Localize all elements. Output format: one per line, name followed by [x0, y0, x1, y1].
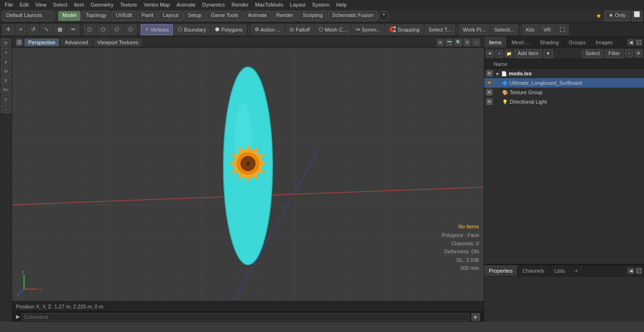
symmetry-btn[interactable]: ⇔ Symm...: [352, 24, 385, 35]
vp-icon-origin[interactable]: ⊕: [437, 39, 444, 46]
bottom-panel-collapse[interactable]: ◀: [627, 267, 634, 274]
item-eye-light[interactable]: 👁: [486, 98, 493, 105]
add-tab-button[interactable]: +: [379, 11, 389, 21]
command-input[interactable]: [22, 313, 470, 321]
menu-help[interactable]: Help: [333, 1, 350, 8]
tab-scripting[interactable]: Scripting: [298, 11, 327, 21]
fullscreen-icon[interactable]: ⛶: [555, 24, 569, 35]
bt-add-tab[interactable]: +: [570, 265, 583, 276]
action-btn[interactable]: ⚙ Action ...: [250, 24, 285, 35]
item-row-modo-lxo[interactable]: 👁 ▶ 📄 modo.lxo: [484, 69, 644, 78]
tab-model[interactable]: Model: [58, 11, 81, 21]
add-item-btn[interactable]: Add Item: [514, 49, 542, 58]
menu-geometry[interactable]: Geometry: [88, 1, 116, 8]
mesh-btn[interactable]: ⬡ Mesh C...: [314, 24, 351, 35]
tab-render[interactable]: Render: [272, 11, 297, 21]
sidebar-icon-7[interactable]: C: [1, 95, 11, 104]
vp-icon-settings[interactable]: ⚙: [463, 39, 471, 46]
snapping-btn[interactable]: 🧲 Snapping: [385, 24, 424, 35]
falloff-btn[interactable]: ◎ Falloff: [285, 24, 314, 35]
menu-render[interactable]: Render: [229, 1, 251, 8]
tab-paint[interactable]: Paint: [137, 11, 157, 21]
add-item-dropdown[interactable]: ▾: [544, 49, 553, 58]
maximize-button[interactable]: ⬜: [632, 11, 642, 21]
tool4-icon[interactable]: ⬡: [124, 24, 137, 35]
sidebar-icon-5[interactable]: E: [1, 76, 11, 85]
selection2-btn[interactable]: Selecti...: [490, 24, 519, 35]
items-minus-icon[interactable]: −: [625, 49, 633, 57]
filter-btn[interactable]: Filter: [605, 49, 623, 58]
menu-edit[interactable]: Edit: [17, 1, 32, 8]
item-eye-surfboard[interactable]: 👁: [486, 80, 493, 86]
menu-dynamics[interactable]: Dynamics: [199, 1, 228, 8]
vp-tab-perspective[interactable]: Perspective: [25, 39, 59, 46]
layout-selector[interactable]: Default Layouts: [2, 11, 54, 21]
tab-layout[interactable]: Layout: [158, 11, 182, 21]
workplane-btn[interactable]: Work Pl...: [459, 24, 489, 35]
tab-gametools[interactable]: Game Tools: [206, 11, 243, 21]
paint-icon[interactable]: ✏: [67, 24, 80, 35]
tab-animate[interactable]: Animate: [244, 11, 271, 21]
rp-tab-mesh[interactable]: Mesh ...: [507, 37, 535, 48]
command-arrow[interactable]: ▶: [16, 314, 20, 320]
rp-tab-shading[interactable]: Shading: [535, 37, 564, 48]
vp-icon-zoom-in[interactable]: 🔍: [454, 39, 462, 46]
scale-icon[interactable]: ⤡: [40, 24, 53, 35]
select-through-btn[interactable]: Select T...: [424, 24, 455, 35]
command-submit[interactable]: ▶: [471, 313, 480, 321]
select-btn[interactable]: Select: [582, 49, 603, 58]
tab-setup[interactable]: Setup: [183, 11, 206, 21]
menu-select[interactable]: Select: [50, 1, 70, 8]
sidebar-icon-3[interactable]: p: [1, 57, 11, 66]
item-row-light[interactable]: 👁 💡 Directional Light: [484, 97, 644, 106]
tab-uvedit[interactable]: UVEdit: [112, 11, 136, 21]
tab-schematic-fusion[interactable]: Schematic Fusion: [328, 11, 378, 21]
tool3-icon[interactable]: ⬡: [110, 24, 124, 35]
move-icon[interactable]: ⌖: [15, 24, 26, 35]
vp-tab-viewport-textures[interactable]: Viewport Textures: [93, 39, 142, 46]
panel-expand-icon[interactable]: ⛶: [636, 39, 642, 46]
panel-collapse-icon[interactable]: ◀: [627, 39, 634, 46]
items-eye-icon[interactable]: 👁: [486, 50, 494, 57]
rp-tab-groups[interactable]: Groups: [564, 37, 591, 48]
boundary-btn[interactable]: ⬡ Boundary: [173, 24, 210, 35]
vp-tab-advanced[interactable]: Advanced: [61, 39, 91, 46]
tab-topology[interactable]: Topology: [82, 11, 111, 21]
viewport[interactable]: ♥ No Items Polygons : Face Channels: 0 D…: [12, 48, 484, 301]
items-add-icon[interactable]: +: [495, 50, 503, 57]
sidebar-icon-8[interactable]: ...: [1, 105, 11, 113]
only-button[interactable]: ★ Only: [604, 11, 630, 21]
polygons-btn[interactable]: ⬢ Polygons: [211, 24, 247, 35]
menu-system[interactable]: System: [309, 1, 332, 8]
item-eye-texture[interactable]: 👁: [486, 89, 493, 96]
select-icon[interactable]: ▦: [53, 24, 66, 35]
menu-file[interactable]: File: [2, 1, 16, 8]
item-row-texture-group[interactable]: 👁 🎨 Texture Group: [484, 88, 644, 97]
bt-tab-channels[interactable]: Channels: [518, 265, 549, 276]
vp-icon-expand[interactable]: ↔: [472, 39, 480, 46]
rp-tab-images[interactable]: Images: [591, 37, 618, 48]
vp-icon-camera[interactable]: 📷: [446, 39, 453, 46]
menu-texture[interactable]: Texture: [117, 1, 140, 8]
tool2-icon[interactable]: ⬡: [97, 24, 110, 35]
bottom-panel-expand[interactable]: ⛶: [636, 267, 642, 274]
bt-tab-properties[interactable]: Properties: [484, 265, 518, 276]
menu-item[interactable]: Item: [71, 1, 87, 8]
menu-view[interactable]: View: [33, 1, 50, 8]
bt-tab-lists[interactable]: Lists: [550, 265, 570, 276]
item-row-surfboard[interactable]: 👁 🔷 Ultimate_Longboard_Surfboard: [484, 78, 644, 88]
menu-maxtomodo[interactable]: MaxToModo: [252, 1, 286, 8]
kits-btn[interactable]: Kits: [522, 24, 539, 35]
item-eye-modo-lxo[interactable]: 👁: [486, 70, 493, 77]
viewport-toggle[interactable]: ☰: [16, 39, 23, 46]
rp-tab-items[interactable]: Items: [484, 37, 507, 48]
items-folder-icon[interactable]: 📁: [505, 50, 512, 57]
vertices-btn[interactable]: ⚬ Vertices: [140, 24, 173, 35]
sidebar-icon-1[interactable]: D: [1, 39, 11, 47]
transform-icon[interactable]: ✛: [2, 24, 15, 35]
menu-layout[interactable]: Layout: [287, 1, 308, 8]
rotate-icon[interactable]: ↺: [27, 24, 40, 35]
items-settings-icon[interactable]: ⚙: [635, 49, 642, 57]
vr-icon[interactable]: VR: [539, 24, 555, 35]
sidebar-icon-6[interactable]: Po: [1, 86, 11, 94]
